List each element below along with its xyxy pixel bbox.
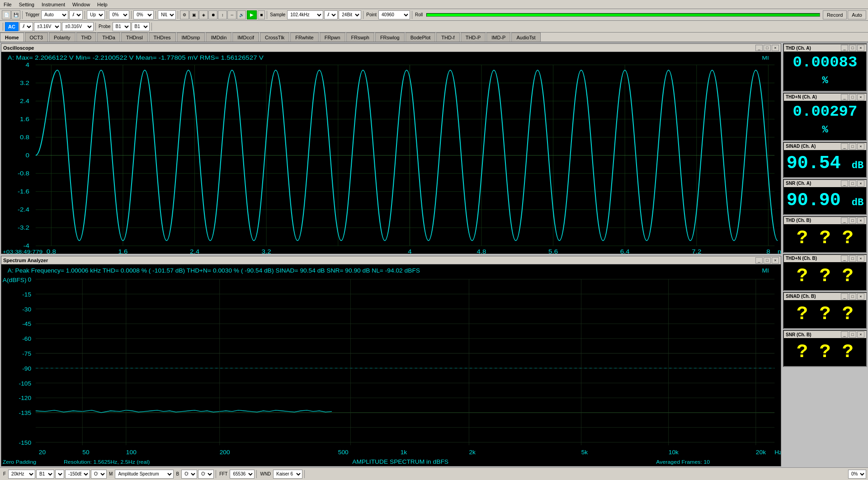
voltage2-select[interactable]: ±0.316V	[62, 22, 94, 31]
icon-btn-7[interactable]: 🔊	[237, 10, 246, 19]
thd-a-max[interactable]: □	[849, 45, 856, 51]
icon-btn-3[interactable]: ◈	[199, 10, 208, 19]
tab-crosstlk[interactable]: CrossTlk	[260, 33, 289, 42]
menu-setting[interactable]: Setting	[15, 1, 38, 8]
menu-help[interactable]: Help	[94, 1, 111, 8]
b1-select[interactable]: B1	[132, 22, 150, 31]
osc-close[interactable]: ×	[772, 45, 779, 51]
thdn-b-close[interactable]: ×	[857, 255, 864, 262]
snr-a-min[interactable]: _	[841, 180, 848, 187]
freq-select[interactable]: 20kHz	[8, 470, 35, 479]
spec-minimize[interactable]: _	[755, 257, 763, 264]
progress-bar-fill	[427, 14, 820, 16]
point-select[interactable]: 40960	[378, 10, 410, 19]
thd-a-min[interactable]: _	[841, 45, 848, 51]
thdn-a-max[interactable]: □	[849, 94, 856, 100]
percent2-select[interactable]: 0%	[133, 10, 154, 19]
play-btn[interactable]: ▶	[247, 10, 257, 19]
svg-text:ms: ms	[778, 248, 781, 254]
thdn-a-close[interactable]: ×	[857, 94, 864, 100]
thdn-a-min[interactable]: _	[841, 94, 848, 100]
svg-text:-4: -4	[24, 243, 30, 249]
tab-frswph[interactable]: FRswph	[346, 33, 374, 42]
ch-b1-select[interactable]: B1	[36, 470, 54, 479]
snr-b-close[interactable]: ×	[857, 331, 864, 338]
channel-select[interactable]: A	[69, 10, 83, 19]
new-btn[interactable]: 📄	[2, 10, 11, 19]
fft-select[interactable]: 65536	[230, 470, 255, 479]
probe-ch-select[interactable]: B1	[113, 22, 131, 31]
snr-b-min[interactable]: _	[841, 331, 848, 338]
spectrum-type-select[interactable]: Amplitude Spectrum	[115, 470, 174, 479]
thd-b-max[interactable]: □	[849, 217, 856, 224]
thd-b-close[interactable]: ×	[857, 217, 864, 224]
db-select[interactable]: -150dB	[65, 470, 90, 479]
channel-a-select[interactable]: A	[324, 10, 338, 19]
sample-rate-select[interactable]: 102.4kHz	[287, 10, 323, 19]
icon-btn-2[interactable]: ▣	[189, 10, 198, 19]
record-button[interactable]: Record	[823, 10, 847, 19]
tab-polarity[interactable]: Polarity	[49, 33, 75, 42]
sinad-b-min[interactable]: _	[841, 293, 848, 300]
off3-select[interactable]: Off	[198, 470, 214, 479]
icon-btn-6[interactable]: ↔	[227, 10, 236, 19]
tab-thd-f[interactable]: THD-f	[436, 33, 459, 42]
pct-select[interactable]: 0%	[848, 470, 866, 479]
spec-close[interactable]: ×	[772, 257, 779, 264]
menu-file[interactable]: File	[0, 1, 15, 8]
tab-thd-p[interactable]: THD-P	[461, 33, 486, 42]
off1-select[interactable]: Off	[91, 470, 107, 479]
auto-button[interactable]: Auto	[848, 10, 866, 19]
snr-b-max[interactable]: □	[849, 331, 856, 338]
sinad-b-max[interactable]: □	[849, 293, 856, 300]
wnd-select[interactable]: Kaiser 6	[273, 470, 302, 479]
thdn-b-min[interactable]: _	[841, 255, 848, 262]
tab-thda[interactable]: THDa	[97, 33, 120, 42]
voltage1-select[interactable]: ±3.16V	[34, 22, 61, 31]
osc-maximize[interactable]: □	[764, 45, 771, 51]
sinad-a-max[interactable]: □	[849, 143, 856, 150]
off2-select[interactable]: Off	[181, 470, 197, 479]
level-select[interactable]: A	[55, 470, 64, 479]
osc-minimize[interactable]: _	[755, 45, 763, 51]
trigger-select[interactable]: Auto	[41, 10, 68, 19]
menu-window[interactable]: Window	[69, 1, 94, 8]
sinad-a-close[interactable]: ×	[857, 143, 864, 150]
bit-depth-select[interactable]: 24Bit	[339, 10, 361, 19]
tab-bodeplot[interactable]: BodePlot	[406, 33, 436, 42]
tab-thdres[interactable]: THDres	[149, 33, 176, 42]
tab-thdnsl[interactable]: THDnsl	[121, 33, 148, 42]
tab-thd[interactable]: THD	[76, 33, 97, 42]
tab-frwhite[interactable]: FRwhite	[290, 33, 318, 42]
sinad-a-min[interactable]: _	[841, 143, 848, 150]
snr-a-close[interactable]: ×	[857, 180, 864, 187]
ac-button-1[interactable]: AC	[5, 22, 19, 31]
tab-imdsmp[interactable]: IMDsmp	[177, 33, 205, 42]
icon-btn-5[interactable]: ↕	[218, 10, 227, 19]
tab-frswlog[interactable]: FRswlog	[375, 33, 405, 42]
tab-frpwn[interactable]: FRpwn	[320, 33, 345, 42]
stop-btn[interactable]: ■	[258, 10, 265, 19]
direction-select[interactable]: Up	[87, 10, 105, 19]
ac-select[interactable]: AC	[19, 22, 33, 31]
tab-oct3[interactable]: OCT3	[25, 33, 48, 42]
thdn-b-max[interactable]: □	[849, 255, 856, 262]
thd-a-close[interactable]: ×	[857, 45, 864, 51]
icon-btn-1[interactable]: ⚙	[180, 10, 189, 19]
snr-a-max[interactable]: □	[849, 180, 856, 187]
thd-b-min[interactable]: _	[841, 217, 848, 224]
tab-home[interactable]: Home	[0, 33, 24, 42]
tab-imddin[interactable]: IMDdin	[206, 33, 231, 42]
sinad-b-close[interactable]: ×	[857, 293, 864, 300]
tab-audiotst[interactable]: AudioTst	[511, 33, 540, 42]
save-btn[interactable]: 💾	[11, 10, 20, 19]
icon-btn-4[interactable]: ⏺	[208, 10, 217, 19]
icon-group-mid: ⚙ ▣ ◈ ⏺ ↕ ↔ 🔊	[180, 10, 246, 19]
osc-svg: A: Max= 2.2066122 V Min= -2.2100522 V Me…	[1, 52, 781, 254]
menu-instrument[interactable]: Instrument	[38, 1, 69, 8]
spec-maximize[interactable]: □	[764, 257, 771, 264]
percent1-select[interactable]: 0%	[109, 10, 129, 19]
tab-imdccif[interactable]: IMDccif	[232, 33, 259, 42]
tab-imd-p[interactable]: IMD-P	[486, 33, 510, 42]
nil-select[interactable]: NIL	[158, 10, 176, 19]
